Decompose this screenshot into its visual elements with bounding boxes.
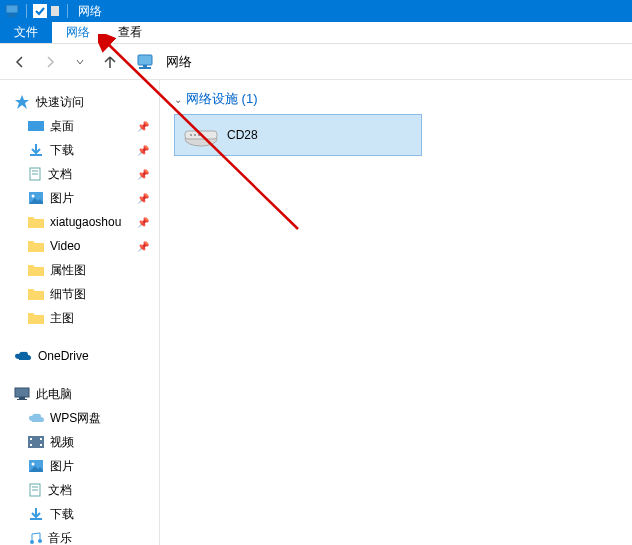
music-icon — [28, 531, 42, 545]
sidebar-item-folder[interactable]: xiatugaoshou📌 — [0, 210, 159, 234]
svg-rect-28 — [30, 518, 42, 520]
pin-icon: 📌 — [137, 217, 149, 228]
sidebar-label: 快速访问 — [36, 94, 84, 111]
recent-dropdown[interactable] — [68, 50, 92, 74]
sidebar-thispc[interactable]: 此电脑 — [0, 382, 159, 406]
picture-icon — [28, 191, 44, 205]
network-device-tile[interactable]: CD28 — [174, 114, 422, 156]
router-icon — [183, 121, 219, 149]
sidebar-item-pictures[interactable]: 图片📌 — [0, 186, 159, 210]
folder-icon — [28, 287, 44, 301]
download-icon — [28, 143, 44, 157]
svg-point-30 — [38, 539, 42, 543]
svg-rect-0 — [6, 5, 18, 13]
picture-icon — [28, 459, 44, 473]
svg-rect-18 — [28, 436, 44, 448]
sidebar-item-downloads[interactable]: 下载📌 — [0, 138, 159, 162]
svg-rect-2 — [7, 15, 17, 17]
pc-icon — [14, 387, 30, 401]
svg-rect-15 — [15, 388, 29, 397]
section-header[interactable]: ⌄ 网络设施 (1) — [174, 90, 618, 108]
pin-icon: 📌 — [137, 121, 149, 132]
tab-network[interactable]: 网络 — [52, 22, 104, 43]
sidebar-item-documents[interactable]: 文档📌 — [0, 162, 159, 186]
svg-point-34 — [194, 134, 196, 136]
network-icon — [4, 4, 20, 18]
svg-point-14 — [32, 195, 35, 198]
desktop-icon — [28, 119, 44, 133]
address-network-icon — [134, 51, 156, 73]
svg-rect-1 — [10, 13, 14, 15]
folder-icon — [28, 263, 44, 277]
cloud-icon — [14, 350, 32, 362]
up-button[interactable] — [98, 50, 122, 74]
pin-icon: 📌 — [137, 241, 149, 252]
sidebar-item-folder[interactable]: Video📌 — [0, 234, 159, 258]
document-icon — [28, 167, 42, 181]
svg-point-35 — [198, 134, 200, 136]
svg-point-33 — [190, 134, 192, 136]
star-icon — [14, 94, 30, 110]
svg-rect-20 — [30, 444, 32, 446]
sidebar-item-desktop[interactable]: 桌面📌 — [0, 114, 159, 138]
sidebar-item-pictures[interactable]: 图片 — [0, 454, 159, 478]
window-titlebar: 网络 — [0, 0, 632, 22]
svg-rect-3 — [33, 4, 47, 18]
content-pane: ⌄ 网络设施 (1) CD28 — [160, 80, 632, 545]
sidebar-onedrive[interactable]: OneDrive — [0, 344, 159, 368]
sidebar-item-folder[interactable]: 主图 — [0, 306, 159, 330]
download-icon — [28, 507, 44, 521]
svg-rect-6 — [143, 65, 147, 67]
device-name: CD28 — [227, 128, 258, 142]
pin-icon: 📌 — [137, 193, 149, 204]
folder-icon — [28, 239, 44, 253]
svg-point-29 — [30, 540, 34, 544]
video-icon — [28, 436, 44, 448]
svg-rect-19 — [30, 438, 32, 440]
sidebar-item-documents[interactable]: 文档 — [0, 478, 159, 502]
sidebar-quick-access[interactable]: 快速访问 — [0, 90, 159, 114]
navigation-bar: 网络 — [0, 44, 632, 80]
ribbon-tabs: 文件 网络 查看 — [0, 22, 632, 44]
svg-rect-21 — [40, 438, 42, 440]
address-text[interactable]: 网络 — [166, 53, 192, 71]
svg-rect-16 — [19, 397, 25, 399]
back-button[interactable] — [8, 50, 32, 74]
sidebar-item-folder[interactable]: 细节图 — [0, 282, 159, 306]
svg-rect-9 — [30, 154, 42, 156]
svg-rect-32 — [185, 131, 217, 139]
sidebar-item-music[interactable]: 音乐 — [0, 526, 159, 545]
tab-view[interactable]: 查看 — [104, 22, 156, 43]
window-title: 网络 — [78, 3, 102, 20]
document-icon — [28, 483, 42, 497]
svg-rect-4 — [51, 6, 59, 16]
cloud-icon — [28, 412, 44, 424]
sidebar-item-downloads[interactable]: 下载 — [0, 502, 159, 526]
folder-icon — [28, 215, 44, 229]
chevron-down-icon: ⌄ — [174, 94, 182, 105]
folder-icon — [28, 311, 44, 325]
svg-rect-17 — [17, 399, 27, 400]
dropdown-icon[interactable] — [51, 4, 61, 18]
sidebar-item-video[interactable]: 视频 — [0, 430, 159, 454]
pin-icon: 📌 — [137, 145, 149, 156]
navigation-sidebar: 快速访问 桌面📌 下载📌 文档📌 图片📌 xiatugaoshou📌 — [0, 80, 160, 545]
svg-rect-8 — [28, 121, 44, 131]
tab-file[interactable]: 文件 — [0, 22, 52, 43]
sidebar-item-wps[interactable]: WPS网盘 — [0, 406, 159, 430]
forward-button[interactable] — [38, 50, 62, 74]
sidebar-item-folder[interactable]: 属性图 — [0, 258, 159, 282]
svg-rect-22 — [40, 444, 42, 446]
checkbox-icon[interactable] — [33, 4, 47, 18]
pin-icon: 📌 — [137, 169, 149, 180]
svg-point-24 — [32, 463, 35, 466]
svg-rect-5 — [138, 55, 152, 65]
svg-rect-7 — [139, 67, 151, 69]
